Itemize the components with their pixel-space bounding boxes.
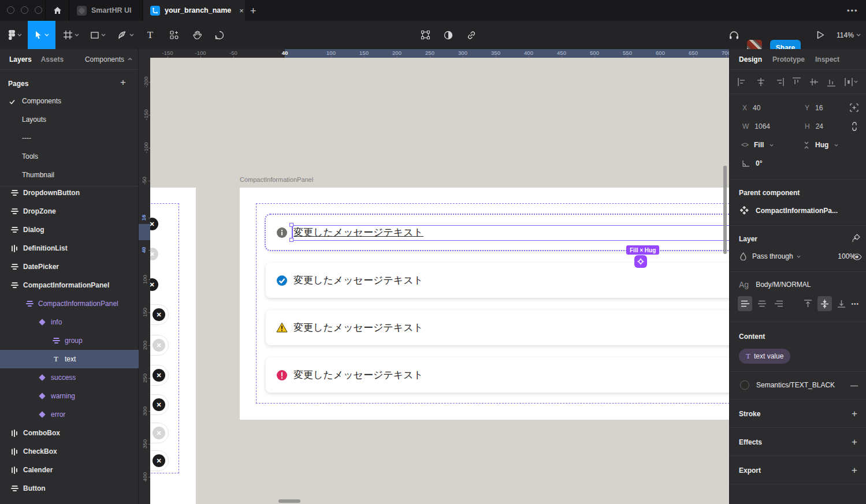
message-card-info[interactable]: 変更したメッセージテキスト	[266, 215, 729, 250]
layer-item-definitionlist[interactable]: DefinitionList	[0, 239, 139, 257]
present-button[interactable]	[811, 21, 830, 49]
horizontal-resizing-select[interactable]: <> Fill	[741, 141, 774, 149]
horizontal-scrollbar[interactable]	[278, 499, 300, 503]
layer-item-info[interactable]: info	[0, 313, 139, 331]
message-card-warning[interactable]: 変更したメッセージテキスト	[266, 310, 729, 345]
layer-item-button[interactable]: Button	[0, 479, 139, 498]
vertical-resizing-select[interactable]: Hug	[804, 141, 838, 149]
mask-button[interactable]	[440, 21, 456, 49]
align-h-center-icon[interactable]	[756, 78, 765, 86]
close-icon[interactable]: ✕	[153, 339, 165, 352]
parent-component-row[interactable]: CompactInformationPa...	[740, 206, 838, 215]
tab-smarthr-ui[interactable]: SmartHR UI	[70, 0, 143, 21]
align-top-icon[interactable]	[793, 77, 801, 87]
layer-item-warning[interactable]: warning	[0, 387, 139, 405]
new-tab-button[interactable]: +	[250, 5, 257, 17]
layer-item-dropzone[interactable]: DropZone	[0, 202, 139, 221]
canvas-viewport[interactable]: ✕✕✕✕✕✕✕✕✕ CompactInformationPanel 変更したメッ…	[150, 58, 729, 504]
close-icon[interactable]: ✕	[153, 427, 165, 439]
message-text[interactable]: 変更したメッセージテキスト	[293, 321, 423, 334]
content-text-value-chip[interactable]: T text value	[739, 349, 790, 364]
comment-tool-button[interactable]	[210, 21, 229, 49]
main-menu-button[interactable]	[3, 21, 27, 49]
blend-mode-select[interactable]: Pass through	[752, 252, 801, 260]
distribute-menu[interactable]	[845, 78, 858, 86]
layer-item-datepicker[interactable]: DatePicker	[0, 257, 139, 276]
text-style-row[interactable]: Ag Body/M/NORMAL	[739, 280, 811, 289]
text-valign-top-button[interactable]	[800, 296, 815, 311]
layer-item-calender[interactable]: Calender	[0, 461, 139, 479]
layer-item-checkbox[interactable]: CheckBox	[0, 442, 139, 461]
window-more-menu[interactable]: •••	[847, 6, 858, 15]
width-field[interactable]: W1064	[742, 122, 770, 130]
message-text[interactable]: 変更したメッセージテキスト	[293, 368, 423, 382]
blend-mode-icon[interactable]	[740, 252, 746, 260]
page-item-thumbnail[interactable]: Thumbnail	[0, 166, 139, 184]
edit-object-button[interactable]	[417, 21, 433, 49]
message-text[interactable]: 変更したメッセージテキスト	[293, 274, 423, 287]
text-valign-bottom-button[interactable]	[834, 296, 849, 311]
layer-item-text[interactable]: Ttext	[0, 350, 139, 368]
selection-handle[interactable]	[289, 238, 293, 242]
message-card-success[interactable]: 変更したメッセージテキスト	[266, 263, 729, 298]
x-position-field[interactable]: X40	[742, 104, 760, 112]
move-tool-button[interactable]	[28, 21, 55, 49]
tab-assets[interactable]: Assets	[41, 55, 64, 64]
fill-color-swatch[interactable]	[740, 380, 749, 390]
text-tool-button[interactable]: T	[142, 21, 158, 49]
tab-inspect[interactable]: Inspect	[815, 55, 839, 64]
auto-layout-indicator-button[interactable]	[634, 255, 647, 268]
frame-tool-button[interactable]	[58, 21, 84, 49]
layer-item-dropdownbutton[interactable]: DropdownButton	[0, 186, 139, 202]
text-align-center-button[interactable]	[755, 296, 769, 311]
layer-item-group[interactable]: group	[0, 331, 139, 350]
align-v-center-icon[interactable]	[810, 77, 818, 87]
add-stroke-button[interactable]: +	[852, 408, 857, 420]
close-icon[interactable]: ✕	[153, 454, 165, 467]
add-effects-button[interactable]: +	[852, 436, 857, 448]
layer-item-compactinformationpanel[interactable]: CompactInformationPanel	[0, 294, 139, 313]
frame-label[interactable]: CompactInformationPanel	[240, 176, 313, 183]
page-item-----[interactable]: ----	[0, 129, 139, 147]
align-left-icon[interactable]	[738, 78, 747, 86]
add-export-button[interactable]: +	[852, 465, 857, 476]
align-bottom-icon[interactable]	[827, 77, 835, 87]
vertical-scrollbar[interactable]	[723, 166, 727, 254]
fill-row[interactable]: Semantics/TEXT_BLACK —	[740, 380, 858, 390]
tab-close-icon[interactable]: ×	[239, 6, 244, 15]
message-text[interactable]: 変更したメッセージテキスト	[293, 226, 423, 239]
shape-tool-button[interactable]	[86, 21, 111, 49]
rotation-field[interactable]: 0°	[742, 159, 762, 167]
tab-layers[interactable]: Layers	[9, 55, 32, 64]
height-field[interactable]: H24	[805, 122, 823, 130]
zoom-level-control[interactable]: 114%	[837, 21, 863, 49]
layer-item-combobox[interactable]: ComboBox	[0, 424, 139, 442]
layer-item-compactinformationpanel[interactable]: CompactInformationPanel	[0, 276, 139, 294]
text-valign-middle-button[interactable]	[817, 296, 832, 311]
y-position-field[interactable]: Y16	[805, 104, 823, 112]
remove-fill-button[interactable]: —	[850, 381, 858, 390]
text-more-options-button[interactable]: •••	[851, 301, 859, 307]
text-align-left-button[interactable]	[738, 296, 752, 311]
pen-tool-button[interactable]	[113, 21, 139, 49]
audio-button[interactable]	[726, 21, 742, 49]
layer-item-success[interactable]: success	[0, 368, 139, 387]
constrain-proportions-icon[interactable]	[851, 122, 858, 131]
window-close-button[interactable]	[7, 6, 14, 14]
link-button[interactable]	[463, 21, 480, 49]
page-item-layouts[interactable]: Layouts	[0, 110, 139, 129]
close-icon[interactable]: ✕	[153, 369, 165, 382]
visibility-eye-icon[interactable]	[852, 253, 862, 260]
message-card-error[interactable]: 変更したメッセージテキスト	[266, 357, 729, 393]
page-item-tools[interactable]: Tools	[0, 147, 139, 166]
selection-handle[interactable]	[289, 223, 293, 227]
close-icon[interactable]: ✕	[153, 308, 165, 321]
text-align-right-button[interactable]	[772, 296, 786, 311]
tab-design[interactable]: Design	[739, 55, 762, 64]
resources-button[interactable]	[165, 21, 183, 49]
tab-prototype[interactable]: Prototype	[772, 55, 805, 64]
page-selector[interactable]: Components	[85, 55, 132, 64]
layer-item-dialog[interactable]: Dialog	[0, 221, 139, 239]
go-to-main-component-icon[interactable]	[852, 234, 862, 242]
window-minimize-button[interactable]	[21, 6, 28, 14]
